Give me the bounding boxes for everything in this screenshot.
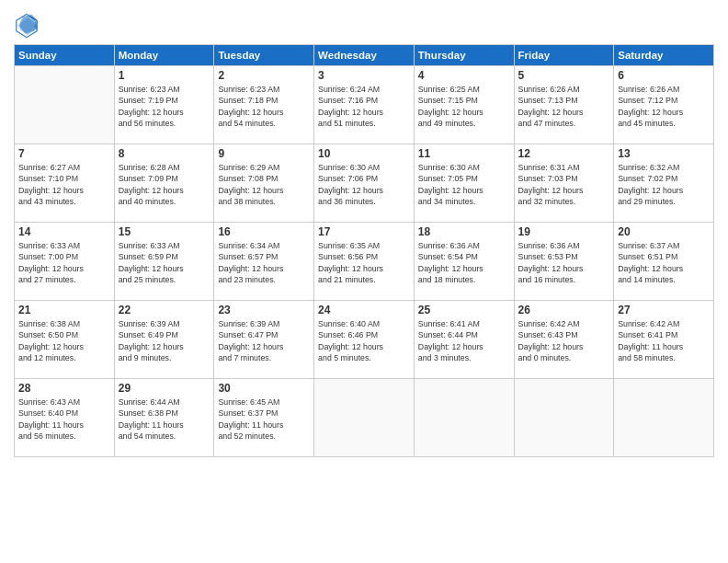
calendar-week-3: 21Sunrise: 6:38 AM Sunset: 6:50 PM Dayli…	[15, 301, 714, 379]
calendar-cell: 14Sunrise: 6:33 AM Sunset: 7:00 PM Dayli…	[15, 223, 115, 301]
day-number: 12	[518, 147, 610, 160]
calendar-cell: 22Sunrise: 6:39 AM Sunset: 6:49 PM Dayli…	[114, 301, 214, 379]
calendar-cell: 29Sunrise: 6:44 AM Sunset: 6:38 PM Dayli…	[114, 379, 214, 457]
calendar-cell: 24Sunrise: 6:40 AM Sunset: 6:46 PM Dayli…	[314, 301, 415, 379]
calendar-cell: 27Sunrise: 6:42 AM Sunset: 6:41 PM Dayli…	[614, 301, 714, 379]
calendar-cell	[614, 379, 714, 457]
day-info: Sunrise: 6:26 AM Sunset: 7:13 PM Dayligh…	[518, 84, 610, 129]
day-number: 8	[119, 147, 210, 160]
day-number: 7	[18, 147, 110, 160]
calendar-cell: 6Sunrise: 6:26 AM Sunset: 7:12 PM Daylig…	[614, 66, 714, 144]
calendar-cell: 11Sunrise: 6:30 AM Sunset: 7:05 PM Dayli…	[414, 144, 514, 223]
calendar-cell: 10Sunrise: 6:30 AM Sunset: 7:06 PM Dayli…	[314, 144, 415, 223]
day-number: 25	[418, 304, 510, 316]
calendar-header-tuesday: Tuesday	[214, 45, 314, 66]
day-number: 16	[218, 225, 310, 238]
calendar-cell: 18Sunrise: 6:36 AM Sunset: 6:54 PM Dayli…	[414, 223, 514, 301]
day-number: 4	[418, 69, 510, 82]
day-info: Sunrise: 6:42 AM Sunset: 6:41 PM Dayligh…	[618, 318, 710, 363]
calendar-cell: 5Sunrise: 6:26 AM Sunset: 7:13 PM Daylig…	[514, 66, 614, 144]
day-info: Sunrise: 6:35 AM Sunset: 6:56 PM Dayligh…	[318, 240, 410, 285]
calendar-week-2: 14Sunrise: 6:33 AM Sunset: 7:00 PM Dayli…	[15, 223, 714, 301]
calendar-cell: 2Sunrise: 6:23 AM Sunset: 7:18 PM Daylig…	[214, 66, 314, 144]
day-info: Sunrise: 6:24 AM Sunset: 7:16 PM Dayligh…	[318, 84, 410, 129]
day-info: Sunrise: 6:38 AM Sunset: 6:50 PM Dayligh…	[18, 318, 110, 363]
day-number: 10	[318, 147, 410, 160]
calendar-cell: 17Sunrise: 6:35 AM Sunset: 6:56 PM Dayli…	[314, 223, 415, 301]
day-info: Sunrise: 6:23 AM Sunset: 7:18 PM Dayligh…	[218, 84, 310, 129]
day-info: Sunrise: 6:32 AM Sunset: 7:02 PM Dayligh…	[618, 162, 710, 207]
calendar-cell	[414, 379, 514, 457]
day-number: 26	[518, 304, 610, 316]
day-info: Sunrise: 6:44 AM Sunset: 6:38 PM Dayligh…	[119, 396, 210, 442]
calendar-cell: 7Sunrise: 6:27 AM Sunset: 7:10 PM Daylig…	[15, 144, 115, 223]
calendar-header-row: SundayMondayTuesdayWednesdayThursdayFrid…	[15, 45, 714, 66]
day-info: Sunrise: 6:23 AM Sunset: 7:19 PM Dayligh…	[119, 84, 210, 129]
calendar-header-monday: Monday	[114, 45, 214, 66]
day-number: 5	[518, 69, 610, 82]
calendar-cell: 4Sunrise: 6:25 AM Sunset: 7:15 PM Daylig…	[414, 66, 514, 144]
calendar-header-saturday: Saturday	[614, 45, 714, 66]
day-number: 3	[318, 69, 410, 82]
day-number: 21	[18, 304, 110, 316]
day-info: Sunrise: 6:45 AM Sunset: 6:37 PM Dayligh…	[218, 396, 310, 442]
day-number: 29	[119, 382, 210, 395]
calendar-cell: 1Sunrise: 6:23 AM Sunset: 7:19 PM Daylig…	[114, 66, 214, 144]
day-number: 15	[119, 225, 210, 238]
day-number: 17	[318, 225, 410, 238]
day-info: Sunrise: 6:42 AM Sunset: 6:43 PM Dayligh…	[518, 318, 610, 363]
calendar-cell: 25Sunrise: 6:41 AM Sunset: 6:44 PM Dayli…	[414, 301, 514, 379]
day-number: 6	[618, 69, 710, 82]
calendar-table: SundayMondayTuesdayWednesdayThursdayFrid…	[14, 44, 714, 457]
day-info: Sunrise: 6:34 AM Sunset: 6:57 PM Dayligh…	[218, 240, 310, 285]
calendar-cell: 21Sunrise: 6:38 AM Sunset: 6:50 PM Dayli…	[15, 301, 115, 379]
calendar-cell: 8Sunrise: 6:28 AM Sunset: 7:09 PM Daylig…	[114, 144, 214, 223]
calendar-cell: 3Sunrise: 6:24 AM Sunset: 7:16 PM Daylig…	[314, 66, 415, 144]
day-info: Sunrise: 6:27 AM Sunset: 7:10 PM Dayligh…	[18, 162, 110, 207]
calendar-cell: 30Sunrise: 6:45 AM Sunset: 6:37 PM Dayli…	[214, 379, 314, 457]
day-info: Sunrise: 6:33 AM Sunset: 6:59 PM Dayligh…	[119, 240, 210, 285]
logo-icon	[14, 13, 40, 39]
day-number: 1	[119, 69, 210, 82]
header	[14, 9, 714, 39]
calendar-cell: 12Sunrise: 6:31 AM Sunset: 7:03 PM Dayli…	[514, 144, 614, 223]
day-info: Sunrise: 6:29 AM Sunset: 7:08 PM Dayligh…	[218, 162, 310, 207]
day-info: Sunrise: 6:40 AM Sunset: 6:46 PM Dayligh…	[318, 318, 410, 363]
calendar-cell: 16Sunrise: 6:34 AM Sunset: 6:57 PM Dayli…	[214, 223, 314, 301]
calendar-week-0: 1Sunrise: 6:23 AM Sunset: 7:19 PM Daylig…	[15, 66, 714, 144]
calendar-cell: 19Sunrise: 6:36 AM Sunset: 6:53 PM Dayli…	[514, 223, 614, 301]
day-info: Sunrise: 6:28 AM Sunset: 7:09 PM Dayligh…	[119, 162, 210, 207]
day-info: Sunrise: 6:30 AM Sunset: 7:05 PM Dayligh…	[418, 162, 510, 207]
calendar-cell	[314, 379, 415, 457]
day-number: 11	[418, 147, 510, 160]
day-number: 18	[418, 225, 510, 238]
day-info: Sunrise: 6:37 AM Sunset: 6:51 PM Dayligh…	[618, 240, 710, 285]
day-number: 14	[18, 225, 110, 238]
day-number: 2	[218, 69, 310, 82]
day-number: 27	[618, 304, 710, 316]
calendar-cell: 9Sunrise: 6:29 AM Sunset: 7:08 PM Daylig…	[214, 144, 314, 223]
day-number: 30	[218, 382, 310, 395]
day-info: Sunrise: 6:39 AM Sunset: 6:47 PM Dayligh…	[218, 318, 310, 363]
calendar-cell: 28Sunrise: 6:43 AM Sunset: 6:40 PM Dayli…	[15, 379, 115, 457]
calendar-week-1: 7Sunrise: 6:27 AM Sunset: 7:10 PM Daylig…	[15, 144, 714, 223]
day-info: Sunrise: 6:43 AM Sunset: 6:40 PM Dayligh…	[18, 396, 110, 442]
logo	[14, 13, 41, 39]
day-number: 22	[119, 304, 210, 316]
calendar-cell: 13Sunrise: 6:32 AM Sunset: 7:02 PM Dayli…	[614, 144, 714, 223]
calendar-header-wednesday: Wednesday	[314, 45, 415, 66]
day-info: Sunrise: 6:26 AM Sunset: 7:12 PM Dayligh…	[618, 84, 710, 129]
day-info: Sunrise: 6:36 AM Sunset: 6:54 PM Dayligh…	[418, 240, 510, 285]
day-info: Sunrise: 6:41 AM Sunset: 6:44 PM Dayligh…	[418, 318, 510, 363]
calendar-header-friday: Friday	[514, 45, 614, 66]
day-info: Sunrise: 6:39 AM Sunset: 6:49 PM Dayligh…	[119, 318, 210, 363]
calendar-cell: 15Sunrise: 6:33 AM Sunset: 6:59 PM Dayli…	[114, 223, 214, 301]
day-info: Sunrise: 6:25 AM Sunset: 7:15 PM Dayligh…	[418, 84, 510, 129]
day-number: 19	[518, 225, 610, 238]
day-info: Sunrise: 6:33 AM Sunset: 7:00 PM Dayligh…	[18, 240, 110, 285]
day-number: 9	[218, 147, 310, 160]
day-number: 20	[618, 225, 710, 238]
calendar-cell	[15, 66, 115, 144]
calendar-header-thursday: Thursday	[414, 45, 514, 66]
day-number: 13	[618, 147, 710, 160]
